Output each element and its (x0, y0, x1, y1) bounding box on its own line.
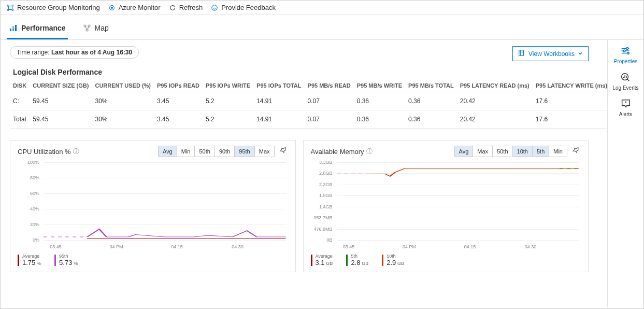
table-row[interactable]: Total59.4530%3.455.214.910.070.360.3620.… (10, 110, 607, 129)
table-header[interactable]: CURRENT USED (%) (92, 79, 154, 92)
tab-row: Performance Map (1, 15, 643, 40)
svg-point-9 (86, 29, 88, 31)
table-header[interactable]: P95 MB/s READ (305, 79, 354, 92)
cpu-chart[interactable]: 100%80%60%40%20%0%03:4504 PM04:1504:30 (18, 162, 288, 250)
svg-point-3 (212, 5, 218, 10)
time-range-pill[interactable]: Time range: Last hour as of 4 Aug 16:30 (10, 46, 139, 59)
search-chart-icon (620, 72, 631, 83)
table-header[interactable]: P95 MB/s TOTAL (405, 79, 457, 92)
tab-performance[interactable]: Performance (7, 20, 68, 39)
scope-icon (7, 4, 14, 11)
rail-alerts[interactable]: Alerts (619, 98, 633, 117)
legend-item: Average3.1 GB (311, 254, 333, 266)
table-header[interactable]: P95 IOPs WRITE (203, 79, 253, 92)
svg-rect-4 (10, 29, 11, 31)
azure-monitor-link[interactable]: Azure Monitor (108, 4, 161, 11)
tab-map[interactable]: Map (80, 20, 111, 39)
memory-aggregation-picker[interactable]: AvgMax50th10th5thMin (454, 146, 567, 157)
seg-95th[interactable]: 95th (235, 146, 254, 157)
seg-5th[interactable]: 5th (533, 146, 549, 157)
refresh-button[interactable]: Refresh (169, 4, 203, 11)
sliders-icon (620, 45, 631, 57)
right-rail: Properties Log Events Alerts (607, 40, 643, 307)
chevron-down-icon (578, 50, 583, 58)
svg-point-8 (88, 25, 90, 27)
legend-item: 95th5.73 % (54, 254, 78, 266)
refresh-icon (169, 4, 176, 11)
performance-icon (9, 23, 18, 33)
view-workbooks-button[interactable]: View Workbooks (512, 46, 589, 61)
svg-rect-5 (12, 26, 14, 31)
workbook-icon (518, 49, 525, 58)
feedback-button[interactable]: Provide Feedback (211, 4, 276, 11)
legend-item: 5th2.8 GB (346, 254, 368, 266)
memory-legend: Average3.1 GB5th2.8 GB10th2.9 GB (311, 254, 581, 266)
table-row[interactable]: C:59.4530%3.455.214.910.070.360.3620.421… (10, 92, 607, 110)
cpu-aggregation-picker[interactable]: AvgMin50th90th95thMax (158, 146, 275, 157)
seg-min[interactable]: Min (549, 146, 567, 157)
map-icon (82, 23, 92, 33)
seg-50th[interactable]: 50th (493, 146, 512, 157)
disk-table: DISKCURRENT SIZE (GB)CURRENT USED (%)P95… (10, 79, 607, 129)
disk-section-title: Logical Disk Performance (13, 68, 589, 76)
svg-point-7 (84, 25, 86, 27)
cpu-title: CPU Utilization % ⓘ (18, 147, 79, 156)
legend-item: 10th2.9 GB (382, 254, 404, 266)
info-icon[interactable]: ⓘ (366, 147, 373, 156)
svg-rect-10 (519, 50, 524, 56)
seg-min[interactable]: Min (177, 146, 195, 157)
table-header[interactable]: CURRENT SIZE (GB) (30, 79, 92, 92)
smile-icon (211, 4, 218, 11)
svg-point-11 (626, 48, 628, 50)
seg-max[interactable]: Max (473, 146, 493, 157)
svg-rect-6 (15, 25, 17, 31)
legend-item: Average1.75 % (18, 254, 41, 266)
pin-icon[interactable] (573, 146, 581, 157)
cpu-card: CPU Utilization % ⓘ AvgMin50th90th95thMa… (10, 140, 296, 272)
resource-group-link[interactable]: Resource Group Monitoring (7, 4, 100, 11)
memory-title: Available Memory ⓘ (311, 147, 373, 156)
svg-point-2 (111, 7, 112, 8)
memory-card: Available Memory ⓘ AvgMax50th10th5thMin … (303, 140, 589, 272)
top-toolbar: Resource Group Monitoring Azure Monitor … (1, 1, 643, 15)
table-header[interactable]: P95 MB/s WRITE (354, 79, 405, 92)
seg-10th[interactable]: 10th (513, 146, 533, 157)
rail-log-events[interactable]: Log Events (612, 72, 638, 91)
cpu-legend: Average1.75 %95th5.73 % (18, 254, 288, 266)
table-header[interactable]: P95 LATENCY WRITE (ms) (533, 79, 607, 92)
table-header[interactable]: P95 IOPs TOTAL (253, 79, 304, 92)
seg-90th[interactable]: 90th (215, 146, 235, 157)
table-header[interactable]: P95 IOPs READ (154, 79, 203, 92)
pin-icon[interactable] (280, 146, 288, 157)
svg-point-12 (624, 50, 626, 52)
seg-avg[interactable]: Avg (455, 146, 474, 157)
content-area: Time range: Last hour as of 4 Aug 16:30 … (1, 40, 607, 307)
info-icon[interactable]: ⓘ (73, 147, 79, 156)
alert-icon (620, 98, 632, 109)
table-header[interactable]: DISK (10, 79, 30, 92)
seg-avg[interactable]: Avg (159, 146, 177, 157)
seg-max[interactable]: Max (255, 146, 274, 157)
memory-chart[interactable]: 3.3GB2.8GB2.3GB1.9GB1.4GB953.7MB476.8MB0… (311, 162, 581, 250)
target-icon (108, 4, 116, 11)
svg-rect-0 (9, 6, 12, 9)
seg-50th[interactable]: 50th (195, 146, 214, 157)
table-header[interactable]: P95 LATENCY READ (ms) (457, 79, 533, 92)
rail-properties[interactable]: Properties (614, 45, 638, 64)
